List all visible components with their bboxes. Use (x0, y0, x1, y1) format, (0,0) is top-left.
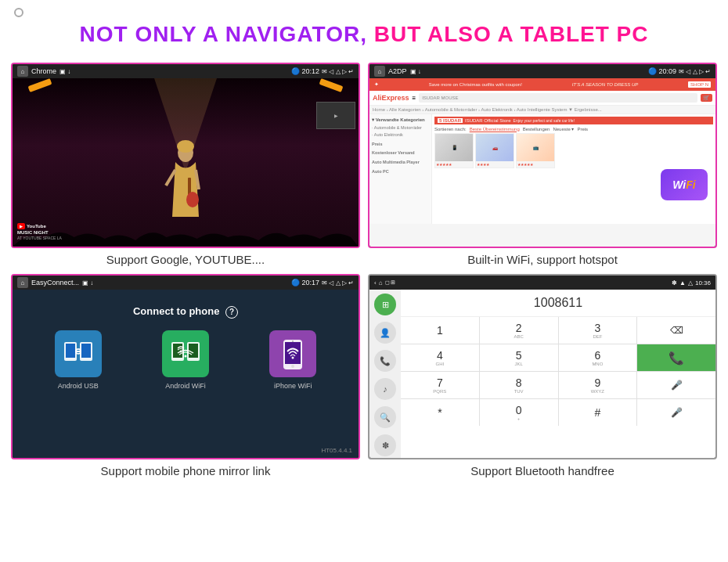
isudar-store-name: ISUDAR Official Store (465, 118, 511, 123)
dial-key-star[interactable]: * (401, 399, 479, 426)
dial-star-num: * (438, 406, 441, 419)
svg-point-2 (186, 192, 199, 207)
sort-relevance[interactable]: Beste Übereinstimmung (470, 127, 520, 131)
iphone-wifi-icon (277, 336, 308, 371)
contacts-icon[interactable]: 👤 (374, 322, 396, 344)
dial-5-num: 5 (516, 349, 522, 362)
dial-call-key[interactable]: 📞 (637, 344, 715, 371)
dial-delete-key[interactable]: ⌫ (637, 317, 715, 344)
product-1-price: ★★★★★ (435, 161, 473, 168)
dial-keypad: 1 2 ABC 3 DEF ⌫ (401, 317, 715, 426)
bluetooth-icon: 🔵 (291, 67, 300, 75)
auto-filter: Auto Multimedia Player (372, 159, 429, 166)
filter-item-2[interactable]: · Auto Elektronik (372, 131, 429, 139)
product-2[interactable]: 🚗 ★★★★ (475, 133, 514, 168)
dial-8-num: 8 (516, 376, 522, 389)
dial-3-num: 3 (594, 322, 600, 334)
dialer-sidebar: ⊞ 👤 📞 ♪ 🔍 ✽ (369, 290, 401, 458)
dial-key-4[interactable]: 4 GHI (401, 344, 479, 371)
dial-mic-key[interactable]: 🎤 (637, 372, 715, 398)
stage-light-left (28, 78, 52, 92)
dialpad-icon[interactable]: ⊞ (374, 294, 396, 315)
shop-now[interactable]: SHOP N (688, 81, 711, 88)
dial-key-5[interactable]: 5 JKL (480, 344, 558, 371)
dial-key-2[interactable]: 2 ABC (480, 317, 558, 344)
aliexpress-icons: ▣ ↓ (410, 68, 421, 75)
android-usb-option[interactable]: Android USB (55, 330, 102, 390)
youtube-icons: ▣ ↓ (59, 68, 70, 75)
home-icon-3: ⌂ (17, 277, 28, 288)
dial-hash-num: # (594, 406, 600, 419)
easyconnect-app-area: Connect to phone ? (13, 290, 359, 458)
android-wifi-label: Android WiFi (165, 382, 206, 390)
dial-6-num: 6 (594, 349, 600, 362)
filter-header: ▾ Verwandte Kategorien (372, 117, 429, 122)
aliexpress-caption: Built-in WiFi, support hotspot (464, 253, 621, 266)
dial-key-9[interactable]: 9 WXYZ (559, 372, 637, 398)
banner-text: Save more on Christmas outfits with coup… (429, 82, 522, 87)
dialer-status-left: ‹ ⌂ ◻ ⊞ (374, 279, 395, 286)
youtube-screen-wrapper: ⌂ Chrome ▣ ↓ 🔵 20:12 ✉ ◁ △ ▷ ↵ (11, 63, 360, 248)
aliexpress-logo: AliExpress (373, 94, 409, 102)
help-icon[interactable]: ? (225, 306, 238, 319)
breadcrumb: Home › Alle Kategorien › Automobile & Mo… (369, 106, 715, 114)
easyconnect-nav-icons: ✉ ◁ △ ▷ ↵ (322, 279, 354, 286)
android-usb-label: Android USB (58, 382, 99, 390)
dial-mic2-key[interactable]: 🎤 (637, 399, 715, 426)
bluetooth-dialer-icon[interactable]: ✽ (374, 434, 396, 456)
youtube-video-area: ▶ YouTube MUSIC NIGHT AT YOUTUBE SPACE L… (13, 78, 359, 247)
dial-key-1[interactable]: 1 (401, 317, 479, 344)
dialer-status-bar: ‹ ⌂ ◻ ⊞ ✽ ▲ △ 10:36 (369, 276, 715, 290)
feature-grid: ⌂ Chrome ▣ ↓ 🔵 20:12 ✉ ◁ △ ▷ ↵ (11, 63, 717, 477)
dial-4-num: 4 (437, 349, 443, 362)
product-2-image: 🚗 (476, 134, 514, 161)
ali-menu-icon[interactable]: ≡ (413, 95, 416, 102)
isudar-logo: 5 ISUDAR (438, 118, 463, 123)
dial-mic2-icon: 🎤 (671, 407, 683, 418)
dial-2-sub: ABC (514, 334, 523, 339)
youtube-caption: Support Google, YOUTUBE.... (103, 253, 268, 266)
dial-key-3[interactable]: 3 DEF (559, 317, 637, 344)
iphone-wifi-icon-box (269, 330, 316, 377)
product-1-image: 📱 (435, 134, 473, 161)
youtube-app-name: Chrome (31, 67, 56, 75)
android-wifi-option[interactable]: Android WiFi (162, 330, 209, 390)
svg-point-5 (177, 140, 194, 153)
dial-key-0[interactable]: 0 + (480, 399, 558, 426)
cart-icon[interactable]: 🛒 (701, 94, 712, 102)
iphone-wifi-option[interactable]: iPhone WiFi (269, 330, 316, 390)
easyconnect-icons: ▣ ↓ (82, 279, 93, 286)
filter-item-1[interactable]: · Automobile & Motorräder (372, 124, 429, 131)
aliexpress-nav-icons: ✉ ◁ △ ▷ ↵ (679, 68, 711, 75)
music-night-venue: AT YOUTUBE SPACE LA (17, 236, 62, 240)
aliexpress-search-bar[interactable]: ISUDAR MOUSE (419, 93, 697, 103)
wifi-wi-text: Wi (672, 178, 686, 191)
dial-7-num: 7 (437, 376, 443, 389)
product-1[interactable]: 📱 ★★★★★ (434, 133, 474, 168)
aliexpress-main-content: ▾ Verwandte Kategorien · Automobile & Mo… (369, 114, 715, 224)
sort-price[interactable]: Preis (577, 127, 588, 131)
favorites-icon[interactable]: ♪ (374, 378, 396, 400)
aliexpress-app-name: A2DP (388, 67, 407, 75)
dial-8-sub: TUV (514, 389, 524, 394)
dial-key-8[interactable]: 8 TUV (480, 372, 558, 398)
sort-label: Sortieren nach: (434, 127, 467, 131)
product-3[interactable]: 📺 ★★★★★ (516, 133, 555, 168)
sort-orders[interactable]: Bestellungen (523, 127, 550, 131)
svg-point-18 (184, 355, 186, 358)
battery-icon: △ (688, 279, 693, 286)
youtube-text: YouTube (27, 224, 46, 229)
youtube-cell: ⌂ Chrome ▣ ↓ 🔵 20:12 ✉ ◁ △ ▷ ↵ (11, 63, 360, 266)
isudar-tagline: Enjoy your perfect and safe car life! (514, 118, 575, 123)
dial-4-sub: GHI (436, 362, 445, 366)
dial-key-6[interactable]: 6 MNO (559, 344, 637, 371)
svg-point-22 (292, 340, 294, 342)
aliexpress-nav: AliExpress ≡ ISUDAR MOUSE 🛒 (369, 91, 715, 106)
dial-key-7[interactable]: 7 PQRS (401, 372, 479, 398)
sort-newest[interactable]: Neueste ▾ (553, 126, 574, 131)
main-title: NOT ONLY A NAVIGATOR, BUT ALSO A TABLET … (0, 22, 728, 47)
back-arrow[interactable]: ‹ (374, 279, 377, 286)
dial-key-hash[interactable]: # (559, 399, 637, 426)
recents-icon[interactable]: 📞 (374, 350, 396, 372)
search-icon[interactable]: 🔍 (374, 406, 396, 428)
